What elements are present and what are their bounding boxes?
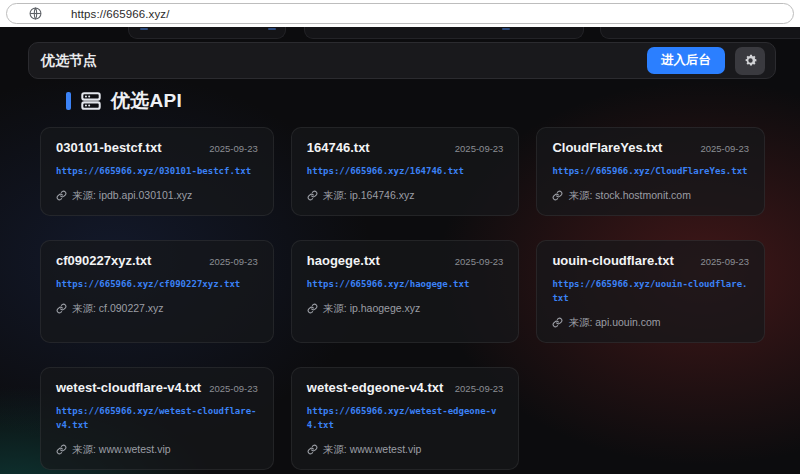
section-title: 优选API [111,88,182,114]
card-header: cf090227xyz.txt 2025-09-23 [56,253,258,268]
card-source: 来源: cf.090227.xyz [56,302,258,316]
card-source-text: 来源: stock.hostmonit.com [568,189,691,203]
link-icon [56,444,67,455]
card-title: CloudFlareYes.txt [552,140,662,155]
card-source: 来源: ip.haogege.xyz [307,302,504,316]
server-icon [80,90,102,112]
card-title: 030101-bestcf.txt [56,140,162,155]
link-icon [56,190,67,201]
card-url-link[interactable]: https://665966.xyz/haogege.txt [307,278,504,292]
cutoff-card-fragment [600,27,800,39]
api-card[interactable]: wetest-edgeone-v4.txt 2025-09-23 https:/… [291,367,520,470]
card-source: 来源: api.uouin.com [552,316,749,330]
card-header: CloudFlareYes.txt 2025-09-23 [552,140,749,155]
cutoff-text-speck [268,28,276,30]
card-url-link[interactable]: https://665966.xyz/cf090227xyz.txt [56,278,258,292]
card-date: 2025-09-23 [700,256,749,267]
api-card[interactable]: CloudFlareYes.txt 2025-09-23 https://665… [536,127,765,216]
card-source-text: 来源: cf.090227.xyz [72,302,164,316]
card-title: 164746.txt [307,140,370,155]
api-card[interactable]: wetest-cloudflare-v4.txt 2025-09-23 http… [40,367,274,470]
card-source-text: 来源: www.wetest.vip [72,443,171,457]
card-date: 2025-09-23 [455,143,504,154]
card-header: haogege.txt 2025-09-23 [307,253,504,268]
card-header: uouin-cloudflare.txt 2025-09-23 [552,253,749,268]
link-icon [552,190,563,201]
card-date: 2025-09-23 [209,256,258,267]
cutoff-card-fragment [128,27,286,39]
card-header: 164746.txt 2025-09-23 [307,140,504,155]
page-title: 优选节点 [41,52,97,70]
api-cards-grid: 030101-bestcf.txt 2025-09-23 https://665… [40,127,765,470]
card-date: 2025-09-23 [209,143,258,154]
card-source-text: 来源: ip.haogege.xyz [323,302,420,316]
card-source: 来源: stock.hostmonit.com [552,189,749,203]
card-header: wetest-edgeone-v4.txt 2025-09-23 [307,380,504,395]
api-card[interactable]: cf090227xyz.txt 2025-09-23 https://66596… [40,240,274,343]
link-icon [307,190,318,201]
api-card[interactable]: 164746.txt 2025-09-23 https://665966.xyz… [291,127,520,216]
card-date: 2025-09-23 [700,143,749,154]
card-source-text: 来源: ip.164746.xyz [323,189,415,203]
url-text: https://665966.xyz/ [71,8,169,20]
globe-icon [29,7,42,20]
api-card[interactable]: uouin-cloudflare.txt 2025-09-23 https://… [536,240,765,343]
card-source: 来源: www.wetest.vip [56,443,258,457]
card-title: uouin-cloudflare.txt [552,253,673,268]
cutoff-card-fragment [304,27,584,39]
card-header: wetest-cloudflare-v4.txt 2025-09-23 [56,380,258,395]
card-title: cf090227xyz.txt [56,253,151,268]
card-url-link[interactable]: https://665966.xyz/030101-bestcf.txt [56,165,258,179]
card-url-link[interactable]: https://665966.xyz/CloudFlareYes.txt [552,165,749,179]
link-icon [552,317,563,328]
card-source: 来源: www.wetest.vip [307,443,504,457]
card-source: 来源: ipdb.api.030101.xyz [56,189,258,203]
card-title: wetest-edgeone-v4.txt [307,380,444,395]
cutoff-text-speck [502,28,510,30]
card-source-text: 来源: www.wetest.vip [323,443,422,457]
card-source-text: 来源: ipdb.api.030101.xyz [72,189,192,203]
card-url-link[interactable]: https://665966.xyz/wetest-cloudflare-v4.… [56,405,258,433]
gear-icon [743,53,758,68]
card-date: 2025-09-23 [455,383,504,394]
browser-url-bar: https://665966.xyz/ [0,0,800,27]
card-date: 2025-09-23 [455,256,504,267]
page-header: 优选节点 进入后台 [28,42,776,79]
card-title: haogege.txt [307,253,380,268]
card-header: 030101-bestcf.txt 2025-09-23 [56,140,258,155]
card-source-text: 来源: api.uouin.com [568,316,660,330]
section-header: 优选API [66,88,182,114]
card-source: 来源: ip.164746.xyz [307,189,504,203]
settings-button[interactable] [735,47,765,75]
api-card[interactable]: 030101-bestcf.txt 2025-09-23 https://665… [40,127,274,216]
card-title: wetest-cloudflare-v4.txt [56,380,201,395]
link-icon [56,303,67,314]
link-icon [307,303,318,314]
page-background: 优选节点 进入后台 优选API 030101-bestcf.txt 2025-0… [0,27,800,474]
card-date: 2025-09-23 [209,383,258,394]
link-icon [307,444,318,455]
enter-admin-button[interactable]: 进入后台 [647,47,725,74]
address-bar[interactable]: https://665966.xyz/ [6,3,794,24]
cutoff-text-speck [140,28,148,30]
accent-bar [66,92,71,110]
api-card[interactable]: haogege.txt 2025-09-23 https://665966.xy… [291,240,520,343]
card-url-link[interactable]: https://665966.xyz/uouin-cloudflare.txt [552,278,749,306]
card-url-link[interactable]: https://665966.xyz/wetest-edgeone-v4.txt [307,405,504,433]
card-url-link[interactable]: https://665966.xyz/164746.txt [307,165,504,179]
